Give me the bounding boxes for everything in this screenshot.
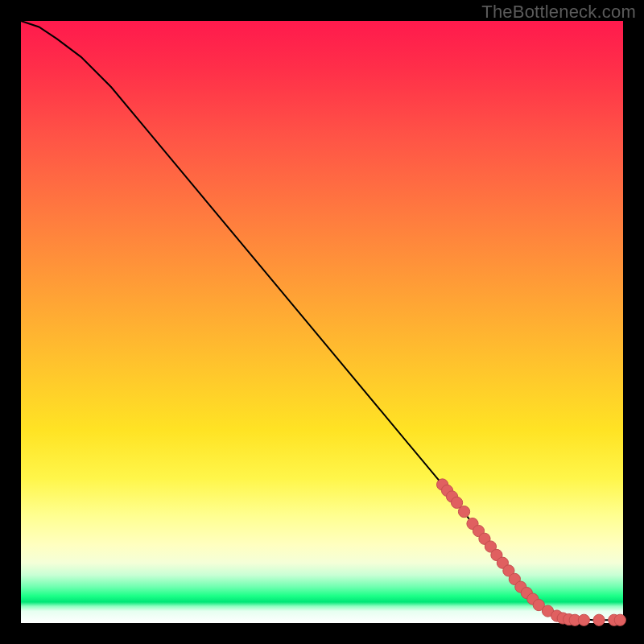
attribution-label: TheBottleneck.com xyxy=(481,2,636,23)
curve-marker xyxy=(593,614,605,625)
bottleneck-curve xyxy=(21,21,623,620)
chart-overlay xyxy=(21,21,623,623)
curve-marker xyxy=(578,614,589,625)
chart-stage: TheBottleneck.com xyxy=(0,0,644,644)
curve-marker xyxy=(458,506,469,518)
curve-marker xyxy=(614,614,625,625)
curve-markers xyxy=(436,479,625,626)
